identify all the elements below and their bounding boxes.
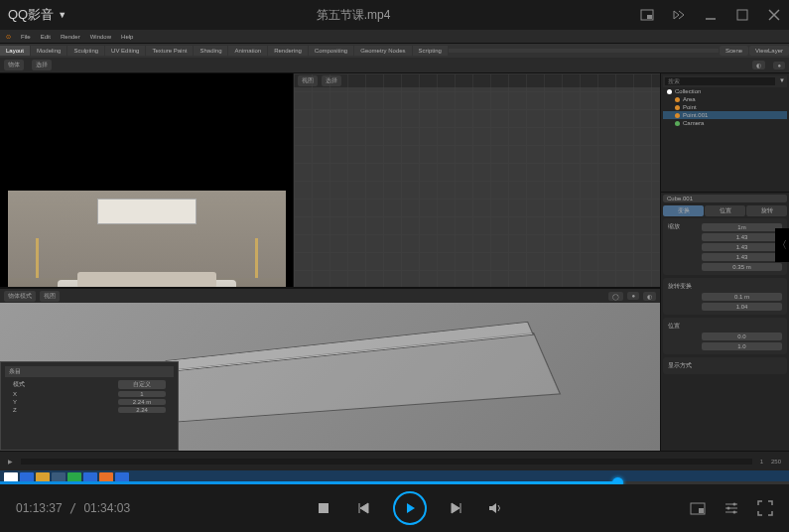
item-z[interactable]: 2.24 xyxy=(118,407,166,413)
section4-label: 显示方式 xyxy=(666,360,784,371)
pos-2[interactable]: 1.0 xyxy=(702,342,782,350)
pip-icon[interactable] xyxy=(640,8,654,22)
shading-solid-icon[interactable]: ● xyxy=(627,292,639,300)
tab-scripting[interactable]: Scripting xyxy=(413,46,448,56)
total-time: 01:34:03 xyxy=(83,501,130,515)
blender-menubar: ⊙ File Edit Render Window Help xyxy=(0,30,789,44)
select-menu[interactable]: 选择 xyxy=(32,60,52,70)
fullscreen-icon[interactable] xyxy=(757,500,773,516)
minimize-icon[interactable] xyxy=(704,8,718,22)
blender-logo-icon: ⊙ xyxy=(4,33,13,40)
vp-mode2[interactable]: 物体模式 xyxy=(4,291,36,302)
blender-timeline[interactable]: ▶ 1250 xyxy=(0,451,789,470)
item-mode-label: 模式 xyxy=(13,380,25,389)
svg-rect-8 xyxy=(699,508,704,513)
tab-layout[interactable]: Layout xyxy=(0,46,30,56)
shading-btn2[interactable]: ● xyxy=(773,62,785,69)
timeline-play-icon[interactable]: ▶ xyxy=(8,458,13,465)
item-y[interactable]: 2.24 m xyxy=(118,399,166,405)
app-name-text: QQ影音 xyxy=(8,6,54,24)
scale-dist[interactable]: 0.35 m xyxy=(702,263,782,271)
outliner: ▼ Collection Area Point Point.001 Camera xyxy=(661,73,789,193)
viewport-toolbar: 物体 选择 ◐ ● xyxy=(0,58,789,73)
outliner-item[interactable]: Point.001 xyxy=(663,111,787,119)
btn-transform[interactable]: 变换 xyxy=(663,205,704,216)
pos-1[interactable]: 0.0 xyxy=(702,332,782,340)
scene-selector[interactable]: Scene xyxy=(720,46,748,56)
prop-object-name[interactable]: Cube.001 xyxy=(663,195,787,202)
current-time: 01:13:37 xyxy=(16,501,63,515)
scale-x[interactable]: 1m xyxy=(702,223,782,231)
chevron-down-icon: ▼ xyxy=(58,10,66,20)
viewport-top-right[interactable]: 视图 选择 xyxy=(293,73,660,287)
menu-window[interactable]: Window xyxy=(88,34,113,40)
btn-loc[interactable]: 位置 xyxy=(705,205,745,216)
maximize-icon[interactable] xyxy=(735,8,749,22)
svg-point-14 xyxy=(733,511,736,514)
tab-uv[interactable]: UV Editing xyxy=(105,46,145,56)
rot-2[interactable]: 1.04 xyxy=(702,303,782,311)
tab-modeling[interactable]: Modeling xyxy=(31,46,66,56)
svg-point-12 xyxy=(733,503,736,506)
scale-w[interactable]: 1.43 xyxy=(702,253,782,261)
outliner-collection[interactable]: Collection xyxy=(663,87,787,95)
viewlayer-selector[interactable]: ViewLayer xyxy=(749,46,789,56)
filter-icon[interactable]: ▼ xyxy=(779,77,785,85)
next-button[interactable] xyxy=(447,498,466,518)
vp-view[interactable]: 视图 xyxy=(40,291,60,302)
tab-compositing[interactable]: Compositing xyxy=(309,46,353,56)
tab-animation[interactable]: Animation xyxy=(228,46,267,56)
stop-button[interactable] xyxy=(314,498,333,518)
outliner-item[interactable]: Camera xyxy=(663,119,787,127)
item-mode[interactable]: 自定义 xyxy=(118,380,166,389)
rot-1[interactable]: 0.1 m xyxy=(702,293,782,301)
btn-rot[interactable]: 旋转 xyxy=(746,205,787,216)
tab-texture[interactable]: Texture Paint xyxy=(146,46,193,56)
item-panel: 条目 模式自定义 X1 Y2.24 m Z2.24 xyxy=(0,361,179,451)
properties-panel: Cube.001 变换 位置 旋转 缩放1m 1.43 1.43 1.43 0.… xyxy=(661,193,789,451)
shading-mat-icon[interactable]: ◐ xyxy=(643,292,656,301)
svg-rect-3 xyxy=(737,10,747,20)
volume-button[interactable] xyxy=(486,498,506,518)
item-x[interactable]: 1 xyxy=(118,391,166,397)
mode-selector[interactable]: 物体 xyxy=(4,60,24,70)
shading-btn[interactable]: ◐ xyxy=(752,61,765,69)
outliner-item[interactable]: Point xyxy=(663,103,787,111)
tab-geonodes[interactable]: Geometry Nodes xyxy=(354,46,411,56)
outliner-item[interactable]: Area xyxy=(663,95,787,103)
side-toggle[interactable]: 〈 xyxy=(775,228,789,262)
tab-shading[interactable]: Shading xyxy=(194,46,227,56)
reference-image-panel xyxy=(0,73,293,287)
svg-rect-1 xyxy=(647,15,652,19)
video-area[interactable]: ⊙ File Edit Render Window Help Layout Mo… xyxy=(0,30,789,484)
video-title: 第五节课.mp4 xyxy=(66,7,640,24)
menu-render[interactable]: Render xyxy=(59,34,82,40)
item-panel-title: 条目 xyxy=(9,368,21,374)
tab-rendering[interactable]: Rendering xyxy=(268,46,308,56)
svg-point-13 xyxy=(727,507,730,510)
section2-label: 旋转变换 xyxy=(666,281,784,292)
viewport-main[interactable]: 物体模式 视图 ◯ ● ◐ 条目 模式自定义 xyxy=(0,289,660,451)
snapshot-icon[interactable] xyxy=(690,500,706,516)
settings-icon[interactable] xyxy=(723,500,739,516)
speed-icon[interactable] xyxy=(672,8,686,22)
scale-z[interactable]: 1.43 xyxy=(702,243,782,251)
shading-wire-icon[interactable]: ◯ xyxy=(608,292,623,301)
outliner-search[interactable] xyxy=(665,77,775,85)
prev-button[interactable] xyxy=(353,498,373,518)
workspace-tabs: Layout Modeling Sculpting UV Editing Tex… xyxy=(0,44,789,58)
menu-file[interactable]: File xyxy=(19,34,33,40)
tab-sculpting[interactable]: Sculpting xyxy=(67,46,104,56)
close-icon[interactable] xyxy=(767,8,781,22)
app-name[interactable]: QQ影音 ▼ xyxy=(8,6,66,24)
menu-edit[interactable]: Edit xyxy=(39,34,53,40)
menu-help[interactable]: Help xyxy=(119,34,135,40)
play-button[interactable] xyxy=(393,491,427,525)
scale-y[interactable]: 1.43 xyxy=(702,233,782,241)
section3-label: 位置 xyxy=(666,321,784,332)
svg-rect-6 xyxy=(319,503,329,513)
time-display: 01:13:37 / 01:34:03 xyxy=(16,501,130,515)
